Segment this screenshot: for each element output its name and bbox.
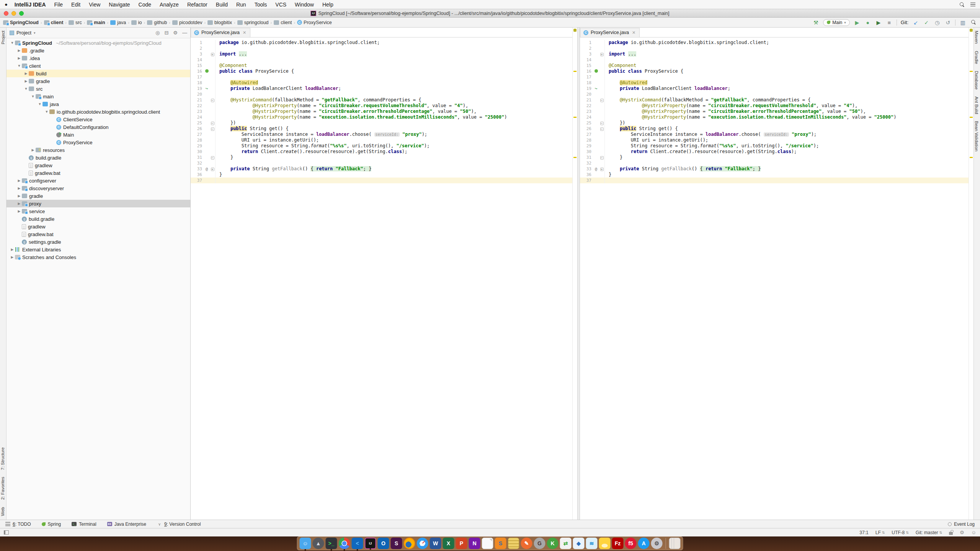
breadcrumb-item-springcloud[interactable]: SpringCloud [3,20,39,25]
tree-row-build-gradle[interactable]: gbuild.gradle [7,154,190,161]
toolwindow-spring[interactable]: Spring [42,522,61,527]
safari-dock-icon[interactable] [417,538,428,549]
tool-tab-bean-validation[interactable]: Bean Validation [974,118,979,155]
system-preferences-dock-icon[interactable]: ⚙ [651,538,663,549]
libreoffice-dock-icon[interactable] [482,538,493,549]
collapse-fold-icon[interactable]: − [211,99,214,102]
warning-stripe-mark[interactable] [970,71,973,72]
fold-marker[interactable]: + [210,51,215,57]
collapse-fold-icon[interactable]: − [211,122,214,125]
tree-expand-arrow[interactable]: ▶ [16,179,22,183]
gimp-dock-icon[interactable]: G [534,538,546,549]
tool-tab-web[interactable]: Web [0,504,5,519]
git-branch[interactable]: Git: master⇅ [916,530,942,535]
rollback-icon[interactable]: ↺ [944,20,951,26]
tree-row-main[interactable]: Main [7,131,190,139]
toolwindow-terminal[interactable]: >_Terminal [72,522,96,527]
breadcrumb-item-github[interactable]: github [147,20,167,25]
tree-collapse-arrow[interactable]: ▼ [10,41,15,45]
tree-expand-arrow[interactable]: ▶ [23,72,29,75]
keepass-dock-icon[interactable]: K [547,538,559,549]
breadcrumb-item-client[interactable]: client [274,20,292,25]
tree-row-clientservice[interactable]: CClientService [7,116,190,123]
fold-marker[interactable]: − [599,97,604,103]
locate-icon[interactable]: ◎ [155,30,160,36]
run-icon[interactable]: ▶ [854,20,861,26]
breadcrumb-item-picodotdev[interactable]: picodotdev [172,20,202,25]
tree-row-proxyservice[interactable]: CProxyService [7,139,190,146]
tree-row-src[interactable]: ▼src [7,85,190,93]
run-configuration-select[interactable]: Main▾ [823,19,850,26]
breadcrumb-item-springcloud[interactable]: springcloud [237,20,269,25]
tree-row-io-github-picodotdev-blogbitix-springcloud-client[interactable]: ▼io.github.picodotdev.blogbitix.springcl… [7,108,190,116]
fold-marker[interactable]: − [599,120,604,126]
menu-vcs[interactable]: VCS [275,2,286,8]
tree-row-main[interactable]: ▼main [7,93,190,100]
debug-icon[interactable]: ● [864,20,871,26]
menu-file[interactable]: File [54,2,63,8]
fold-marker[interactable]: − [210,126,215,132]
tree-row-client[interactable]: ▼client [7,62,190,70]
run-coverage-icon[interactable]: ▶ [875,20,882,26]
outlook-dock-icon[interactable]: O [378,538,389,549]
tree-row-build[interactable]: ▶build [7,70,190,77]
collapse-fold-icon[interactable]: − [600,122,604,125]
tool-tab-ant[interactable]: Ant Build [974,93,979,117]
tree-collapse-arrow[interactable]: ▼ [23,87,29,91]
line-separator[interactable]: LF⇅ [875,530,885,535]
tool-tab-gradle[interactable]: Gradle [974,48,979,67]
tree-row--gradle[interactable]: ▶.gradle [7,47,190,54]
tree-expand-arrow[interactable]: ▶ [16,209,22,213]
toolwindow-java-enterprise[interactable]: EEJava Enterprise [107,522,146,527]
tree-row-springcloud[interactable]: ▼SpringCloud~/Software/personal/blog-eje… [7,39,190,47]
update-project-icon[interactable]: ↙ [912,20,919,26]
tree-row-settings-gradle[interactable]: gsettings.gradle [7,238,190,246]
minimize-window-button[interactable] [11,11,16,16]
tree-expand-arrow[interactable]: ▶ [30,148,36,152]
caret-position[interactable]: 37:1 [859,530,868,535]
error-stripe[interactable] [969,28,973,520]
terminal-dock-icon[interactable]: >_ [326,538,337,549]
onenote-dock-icon[interactable]: N [469,538,480,549]
tree-row-configserver[interactable]: ▶configserver [7,177,190,184]
editor-tab-proxyservice[interactable]: CProxyService.java✕ [191,28,250,37]
warning-stripe-mark[interactable] [970,117,973,118]
close-icon[interactable]: ✕ [243,30,246,35]
menu-view[interactable]: View [89,2,100,8]
app-menu[interactable]: IntelliJ IDEA [15,2,46,8]
tree-row-gradle[interactable]: ▶gradle [7,77,190,85]
spotlight-search-icon[interactable] [960,2,964,7]
commit-changes-icon[interactable]: ✓ [923,20,930,26]
tool-tab-maven[interactable]: Maven [974,28,979,47]
breadcrumb-item-main[interactable]: main [87,20,105,25]
tree-expand-arrow[interactable]: ▶ [10,248,15,251]
virtualbox-dock-icon[interactable]: ◆ [573,538,585,549]
docker-dock-icon[interactable]: ≋ [586,538,598,549]
filezilla-dock-icon[interactable]: Fz [612,538,624,549]
tree-expand-arrow[interactable]: ▶ [16,56,22,60]
tree-row-scratches-and-consoles[interactable]: ▶Scratches and Consoles [7,253,190,261]
tree-expand-arrow[interactable]: ▶ [16,49,22,52]
editor-pane-left[interactable]: CProxyService.java✕1package io.github.pi… [191,28,577,520]
word-dock-icon[interactable]: W [430,538,441,549]
toolwindow-version-control[interactable]: ʏ9: Version Control [157,522,201,527]
menu-window[interactable]: Window [295,2,314,8]
orange-swirl-app-dock-icon[interactable]: S [495,538,506,549]
tree-collapse-arrow[interactable]: ▼ [16,64,22,68]
warning-stripe-mark[interactable] [573,157,577,158]
tree-row-proxy[interactable]: ▶proxy [7,200,190,207]
breadcrumb-item-java[interactable]: java [110,20,126,25]
firefox-dock-icon[interactable] [404,538,415,549]
project-panel-title[interactable]: Project ▾ [10,30,35,36]
collapse-fold-icon[interactable]: − [600,127,604,131]
trash-dock-icon[interactable] [669,538,681,549]
finder-dock-icon[interactable]: ☺ [300,538,311,549]
editor-pane-right[interactable]: CProxyService.java✕1package io.github.pi… [580,28,973,520]
menu-code[interactable]: Code [139,2,151,8]
freefilesync-dock-icon[interactable]: ⇄ [560,538,572,549]
toolwindow-todo[interactable]: 6: TODO [5,522,31,527]
tree-expand-arrow[interactable]: ▶ [16,186,22,190]
toolwindow-switcher-icon[interactable] [4,530,9,535]
tree-expand-arrow[interactable]: ▶ [16,202,22,205]
vscode-dock-icon[interactable]: < [352,538,363,549]
